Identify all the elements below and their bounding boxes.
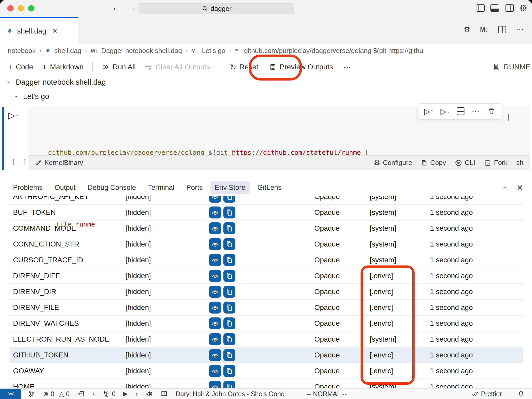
- env-var-row[interactable]: ANTHROPIC_API_KEY [hidden] Opaque [syste…: [10, 196, 523, 205]
- reveal-secret-button[interactable]: [209, 349, 221, 361]
- cli-button[interactable]: CLI: [455, 159, 475, 167]
- notebook-settings-gear-icon[interactable]: ⚙: [464, 26, 470, 33]
- copy-cell-button[interactable]: Copy: [421, 159, 446, 167]
- copy-secret-button[interactable]: [223, 365, 235, 377]
- notebook-heading-2[interactable]: › Let's go: [15, 92, 49, 101]
- env-var-row[interactable]: HOME [hidden] Opaque [system] 1 second a…: [10, 379, 523, 388]
- toggle-primary-sidebar-icon[interactable]: [476, 4, 485, 12]
- add-markdown-cell-button[interactable]: + Markdown: [42, 62, 84, 72]
- env-var-row[interactable]: DIRENV_FILE [hidden] Opaque [.envrc] 1 s…: [10, 300, 523, 316]
- configure-button[interactable]: ⚙ Configure: [374, 159, 412, 167]
- maximize-panel-icon[interactable]: ›: [500, 186, 508, 189]
- reveal-secret-button[interactable]: [209, 222, 221, 234]
- env-var-row[interactable]: COMMAND_MODE [hidden] Opaque [system] 1 …: [10, 221, 523, 236]
- copy-secret-button[interactable]: [223, 333, 235, 345]
- toolbar-more-actions-icon[interactable]: ⋯: [343, 63, 352, 72]
- play-icon[interactable]: ▶: [123, 390, 128, 397]
- remote-indicator[interactable]: ><: [0, 389, 21, 399]
- copy-secret-button[interactable]: [223, 238, 235, 250]
- env-var-row[interactable]: GITHUB_TOKEN [hidden] Opaque [.envrc] 1 …: [10, 347, 523, 363]
- breadcrumb-heading2[interactable]: Let's go: [202, 47, 225, 55]
- reveal-secret-button[interactable]: [209, 381, 221, 389]
- reveal-secret-button[interactable]: [209, 302, 221, 314]
- kernel-selector[interactable]: KernelBinary: [35, 159, 83, 167]
- env-var-row[interactable]: DIRENV_DIR [hidden] Opaque [.envrc] 1 se…: [10, 284, 523, 300]
- book-icon[interactable]: [161, 390, 168, 397]
- minimize-window-button[interactable]: [18, 5, 24, 11]
- chevron-left-icon[interactable]: ‹: [92, 390, 95, 398]
- cell-language-label[interactable]: sh: [516, 159, 523, 167]
- bell-icon[interactable]: [517, 390, 525, 397]
- toggle-secondary-sidebar-icon[interactable]: [505, 4, 514, 12]
- command-center-search[interactable]: dagger: [139, 3, 294, 14]
- close-window-button[interactable]: [7, 5, 14, 11]
- breadcrumb-file[interactable]: shell.dag: [54, 47, 81, 55]
- toggle-panel-icon[interactable]: [490, 4, 499, 12]
- breadcrumb-heading1[interactable]: Dagger notebook shell.dag: [101, 47, 182, 55]
- clear-all-outputs-button[interactable]: Clear All Outputs: [144, 63, 210, 71]
- panel-tab-debug-console[interactable]: Debug Console: [83, 181, 140, 194]
- reveal-secret-button[interactable]: [209, 317, 221, 329]
- tab-close-icon[interactable]: ✕: [52, 27, 58, 35]
- run-cell-button[interactable]: ▷ ›: [8, 110, 18, 121]
- deep-link-icon[interactable]: [77, 390, 85, 397]
- reveal-secret-button[interactable]: [209, 196, 221, 203]
- copy-secret-button[interactable]: [223, 270, 235, 282]
- execute-below-button[interactable]: ▷↓: [441, 107, 450, 116]
- env-var-row[interactable]: CONNECTION_STR [hidden] Opaque [system] …: [10, 236, 523, 252]
- settings-gear-icon[interactable]: ⚙: [520, 4, 527, 12]
- panel-tab-env-store[interactable]: Env Store: [210, 181, 250, 194]
- env-var-row[interactable]: CURSOR_TRACE_ID [hidden] Opaque [system]…: [10, 252, 523, 268]
- fork-button[interactable]: Fork: [484, 159, 508, 167]
- copy-secret-button[interactable]: [223, 349, 235, 361]
- copy-secret-button[interactable]: [223, 196, 235, 203]
- env-var-row[interactable]: DIRENV_DIFF [hidden] Opaque [.envrc] 1 s…: [10, 268, 523, 284]
- env-var-row[interactable]: ELECTRON_RUN_AS_NODE [hidden] Opaque [sy…: [10, 331, 523, 347]
- preview-outputs-button[interactable]: Preview Outputs: [269, 63, 333, 71]
- reveal-secret-button[interactable]: [209, 333, 221, 345]
- add-code-cell-button[interactable]: + Code: [8, 62, 33, 72]
- env-var-row[interactable]: GOAWAY [hidden] Opaque [.envrc] 1 second…: [10, 363, 523, 379]
- notebook-heading-1[interactable]: › Dagger notebook shell.dag: [8, 78, 106, 87]
- execute-above-button[interactable]: ▷↑: [424, 107, 433, 116]
- reset-button[interactable]: ↻ Reset: [228, 63, 260, 72]
- reveal-secret-button[interactable]: [209, 207, 221, 218]
- chevron-down-icon[interactable]: ›: [15, 114, 21, 116]
- now-playing-label[interactable]: Daryl Hall & John Oates - She's Gone: [176, 390, 284, 398]
- speaker-icon[interactable]: [145, 390, 153, 397]
- copy-secret-button[interactable]: [223, 381, 235, 389]
- cell-more-actions-icon[interactable]: ⋯: [472, 107, 480, 116]
- copy-secret-button[interactable]: [223, 222, 235, 234]
- panel-tab-problems[interactable]: Problems: [9, 181, 47, 194]
- reveal-secret-button[interactable]: [209, 286, 221, 298]
- reveal-secret-button[interactable]: [209, 365, 221, 377]
- env-var-row[interactable]: DIRENV_WATCHES [hidden] Opaque [.envrc] …: [10, 316, 523, 331]
- copy-secret-button[interactable]: [223, 254, 235, 266]
- source-control-graph-icon[interactable]: [28, 390, 35, 397]
- chevron-down-icon[interactable]: ›: [5, 81, 13, 83]
- copy-secret-button[interactable]: [223, 302, 235, 314]
- navigate-back-button[interactable]: ←: [112, 3, 121, 13]
- maximize-window-button[interactable]: [28, 5, 34, 11]
- copy-secret-button[interactable]: [223, 286, 235, 298]
- breadcrumb-folder[interactable]: notebook: [8, 47, 36, 55]
- problems-indicator[interactable]: ⊗ 0 △ 0: [43, 390, 70, 398]
- editor-more-actions-icon[interactable]: ⋯: [516, 25, 524, 34]
- navigate-forward-button[interactable]: →: [127, 3, 136, 13]
- breadcrumb-cell[interactable]: github.com/purpleclay/daggerverse/golang…: [244, 47, 423, 55]
- panel-tab-ports[interactable]: Ports: [182, 181, 207, 194]
- chevron-down-icon[interactable]: ›: [12, 95, 20, 98]
- env-var-row[interactable]: BUF_TOKEN [hidden] Opaque [system] 1 sec…: [10, 205, 523, 221]
- split-editor-icon[interactable]: [498, 26, 506, 33]
- panel-tab-terminal[interactable]: Terminal: [144, 181, 178, 194]
- runme-button[interactable]: RUNME: [492, 63, 530, 71]
- chevron-right-icon[interactable]: ›: [136, 390, 138, 398]
- markdown-kernel-icon[interactable]: M↓: [480, 26, 488, 33]
- copy-secret-button[interactable]: [223, 207, 235, 218]
- tab-shell-dag[interactable]: shell.dag ✕: [0, 17, 78, 44]
- vim-mode-indicator[interactable]: -- NORMAL --: [307, 390, 347, 398]
- panel-tab-gitlens[interactable]: GitLens: [253, 181, 286, 194]
- close-panel-icon[interactable]: ✕: [517, 183, 523, 192]
- reveal-secret-button[interactable]: [209, 254, 221, 266]
- panel-tab-output[interactable]: Output: [50, 181, 80, 194]
